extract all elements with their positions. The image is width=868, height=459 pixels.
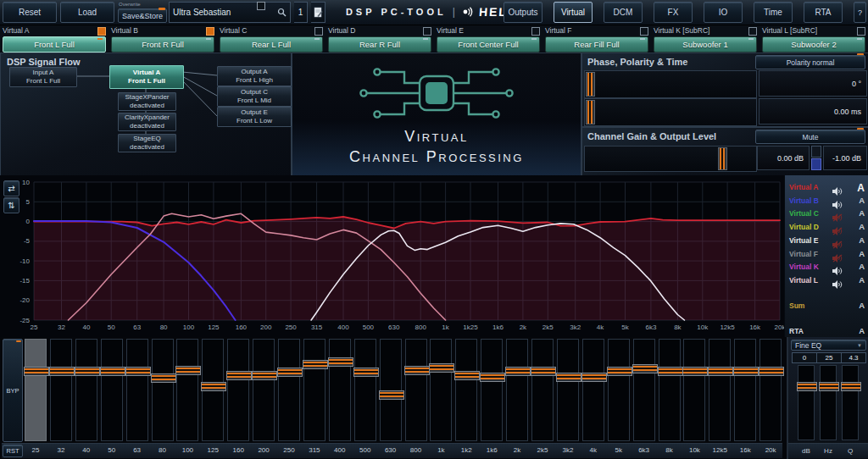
legend-channel-label[interactable]: Virtual E xyxy=(789,236,818,245)
nav-button-virtual[interactable]: Virtual xyxy=(554,2,593,23)
eq-band-handle-25[interactable] xyxy=(24,367,49,376)
eq-band-track-250[interactable] xyxy=(278,339,300,441)
mute-button[interactable]: Mute xyxy=(755,130,865,144)
legend-row-virtual-l[interactable]: Virtual L A xyxy=(785,275,868,287)
legend-link-group[interactable]: A xyxy=(859,208,865,218)
legend-link-group[interactable]: A xyxy=(859,249,865,258)
channel-button-rear-r-full[interactable]: Rear R Full xyxy=(328,36,431,53)
nav-button-fx[interactable]: FX xyxy=(654,2,693,23)
eq-band-track-1k2[interactable] xyxy=(455,339,477,441)
legend-row-virtual-d[interactable]: Virtual D A xyxy=(785,222,868,234)
gain-link-indicator-top[interactable] xyxy=(811,146,821,158)
flow-output-a-box[interactable]: Output A Front L High xyxy=(217,66,292,86)
link-indicator-off[interactable] xyxy=(314,27,323,36)
eq-band-track-10k[interactable] xyxy=(683,339,705,441)
legend-link-group[interactable]: A xyxy=(859,262,865,271)
nav-button-time[interactable]: Time xyxy=(754,2,793,23)
eq-band-handle-800[interactable] xyxy=(404,366,430,375)
nav-button-outputs[interactable]: Outputs xyxy=(504,2,542,23)
legend-channel-label[interactable]: RTA xyxy=(789,327,804,335)
eq-band-track-12k5[interactable] xyxy=(709,339,731,441)
legend-link-group[interactable]: A xyxy=(859,275,865,285)
legend-link-group[interactable]: A xyxy=(859,301,865,310)
link-indicator-off[interactable] xyxy=(423,27,431,36)
eq-band-track-4k[interactable] xyxy=(582,339,604,441)
eq-band-handle-6k3[interactable] xyxy=(632,364,658,373)
nav-button-rta[interactable]: RTA xyxy=(804,2,843,23)
legend-row-virtual-c[interactable]: Virtual C A xyxy=(785,208,868,220)
eq-band-track-200[interactable] xyxy=(253,339,275,441)
eq-band-track-2k[interactable] xyxy=(506,339,528,441)
gain-slider[interactable] xyxy=(584,146,757,172)
eq-band-handle-4k[interactable] xyxy=(581,373,607,382)
link-indicator-off[interactable] xyxy=(857,27,865,36)
eq-band-handle-32[interactable] xyxy=(49,367,75,376)
eq-band-handle-630[interactable] xyxy=(379,390,404,400)
legend-row-sum[interactable]: SumA xyxy=(785,301,868,312)
eq-band-track-16k[interactable] xyxy=(734,339,756,441)
tab-virtual-a[interactable]: Virtual A xyxy=(0,25,108,36)
legend-speaker-toggle[interactable] xyxy=(832,184,843,192)
legend-row-virtual-k[interactable]: Virtual K A xyxy=(785,262,868,274)
fine-eq-db-handle[interactable] xyxy=(797,382,817,391)
load-button[interactable]: Load xyxy=(60,2,114,23)
legend-channel-label[interactable]: Virtual A xyxy=(789,183,818,191)
legend-row-virtual-a[interactable]: Virtual A A xyxy=(785,182,868,194)
eq-band-handle-50[interactable] xyxy=(100,367,125,376)
fine-eq-db-slider[interactable] xyxy=(798,365,815,440)
channel-button-subwoofer-2[interactable]: Subwoofer 2 xyxy=(762,36,865,53)
eq-band-track-800[interactable] xyxy=(405,339,427,441)
delay-value[interactable]: 0.00 ms xyxy=(759,98,867,124)
fine-eq-db-value[interactable]: 0 xyxy=(793,353,817,362)
eq-band-track-32[interactable] xyxy=(50,339,72,441)
eq-band-handle-315[interactable] xyxy=(303,360,328,369)
tab-virtual-l-subrc-[interactable]: Virtual L [SubRC] xyxy=(760,25,868,36)
legend-row-virtual-e[interactable]: Virtual E A xyxy=(785,235,868,247)
legend-speaker-toggle[interactable] xyxy=(832,277,843,285)
eq-band-track-5k[interactable] xyxy=(608,339,630,441)
nav-button-dcm[interactable]: DCM xyxy=(604,2,643,23)
eq-band-handle-80[interactable] xyxy=(151,373,176,383)
eq-band-handle-400[interactable] xyxy=(328,357,353,367)
delay-slider[interactable] xyxy=(584,98,757,126)
legend-channel-label[interactable]: Virtual F xyxy=(789,250,818,258)
eq-band-handle-10k[interactable] xyxy=(682,367,708,376)
flow-output-e-box[interactable]: Output E Front L Low xyxy=(217,107,292,127)
eq-band-handle-2k5[interactable] xyxy=(531,367,556,376)
eq-band-track-8k[interactable] xyxy=(659,339,681,441)
eq-band-handle-1k6[interactable] xyxy=(480,373,505,382)
legend-row-virtual-f[interactable]: Virtual F A xyxy=(785,249,868,261)
eq-band-handle-8k[interactable] xyxy=(658,367,683,376)
flow-clarityxpander-box[interactable]: ClarityXpander deactivated xyxy=(118,113,176,131)
eq-band-track-1k[interactable] xyxy=(430,339,452,441)
legend-speaker-toggle[interactable] xyxy=(832,302,843,311)
save-store-button[interactable]: Save&Store xyxy=(118,8,167,23)
legend-speaker-toggle[interactable] xyxy=(832,224,843,232)
link-indicator-on[interactable] xyxy=(97,27,106,36)
eq-band-handle-125[interactable] xyxy=(201,382,226,391)
eq-band-track-500[interactable] xyxy=(354,339,376,441)
legend-speaker-toggle[interactable] xyxy=(832,263,843,272)
channel-button-front-center-full[interactable]: Front Center Full xyxy=(437,36,540,53)
eq-band-track-80[interactable] xyxy=(152,339,174,441)
channel-button-rear-fill-full[interactable]: Rear Fill Full xyxy=(545,36,648,53)
gain-slider-handle[interactable] xyxy=(718,147,727,170)
eq-reset-button[interactable]: RST xyxy=(3,445,23,457)
edit-document-button[interactable] xyxy=(311,2,326,23)
legend-speaker-toggle[interactable] xyxy=(832,237,843,246)
channel-button-rear-l-full[interactable]: Rear L Full xyxy=(220,36,323,53)
legend-speaker-toggle[interactable] xyxy=(832,328,843,336)
channel-button-front-r-full[interactable]: Front R Full xyxy=(111,36,214,53)
tab-virtual-d[interactable]: Virtual D xyxy=(326,25,434,36)
link-indicator-off[interactable] xyxy=(531,27,540,36)
search-icon[interactable] xyxy=(277,8,287,17)
eq-band-handle-1k2[interactable] xyxy=(454,371,480,380)
setup-checkbox[interactable] xyxy=(257,2,265,10)
delay-slider-handle[interactable] xyxy=(586,100,595,124)
legend-speaker-toggle[interactable] xyxy=(832,210,843,218)
legend-link-group[interactable]: A xyxy=(859,326,865,335)
setup-name-field[interactable]: Ultra Sebastian xyxy=(169,2,291,23)
flow-stagexpander-box[interactable]: StageXPander deactivated xyxy=(118,92,176,111)
link-indicator-off[interactable] xyxy=(640,27,648,36)
link-indicator-off[interactable] xyxy=(748,27,757,36)
